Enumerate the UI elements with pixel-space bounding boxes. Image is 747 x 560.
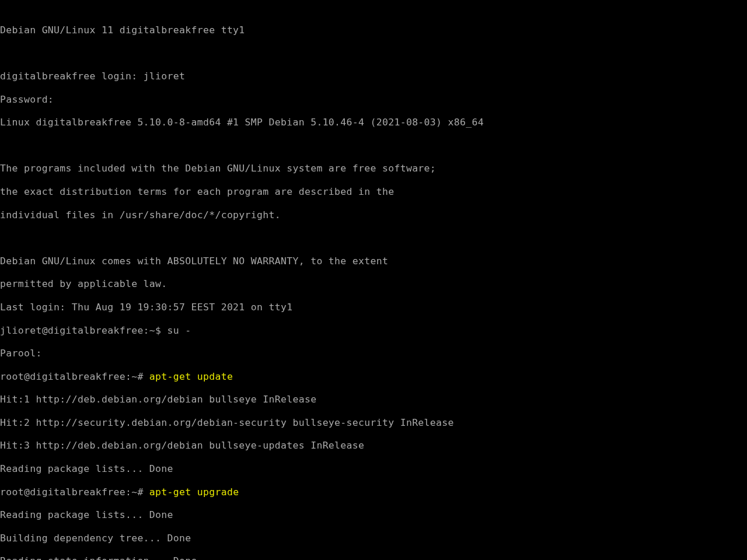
apt-output-line: Reading state information... Done	[0, 555, 747, 560]
apt-output-line: Hit:2 http://security.debian.org/debian-…	[0, 417, 747, 429]
root-shell-line: root@digitalbreakfree:~# apt-get update	[0, 371, 747, 383]
root-prompt: root@digitalbreakfree:~#	[0, 371, 149, 382]
command-text: apt-get upgrade	[149, 487, 239, 498]
password-prompt-line: Password:	[0, 94, 747, 106]
command-text: su -	[167, 325, 191, 336]
apt-output-line: Hit:1 http://deb.debian.org/debian bulls…	[0, 394, 747, 405]
motd-line: the exact distribution terms for each pr…	[0, 186, 747, 198]
apt-output-line: Building dependency tree... Done	[0, 533, 747, 544]
issue-line: Debian GNU/Linux 11 digitalbreakfree tty…	[0, 24, 747, 36]
blank-line	[0, 140, 747, 152]
apt-output-line: Reading package lists... Done	[0, 463, 747, 475]
command-text: apt-get update	[149, 371, 233, 382]
blank-line	[0, 47, 747, 59]
root-prompt: root@digitalbreakfree:~#	[0, 487, 149, 498]
login-prompt: digitalbreakfree login:	[0, 71, 144, 82]
motd-line: The programs included with the Debian GN…	[0, 163, 747, 174]
lastlogin-line: Last login: Thu Aug 19 19:30:57 EEST 202…	[0, 302, 747, 313]
root-shell-line: root@digitalbreakfree:~# apt-get upgrade	[0, 487, 747, 498]
apt-output-line: Reading package lists... Done	[0, 509, 747, 521]
user-shell-line: jlioret@digitalbreakfree:~$ su -	[0, 325, 747, 337]
motd-line: individual files in /usr/share/doc/*/cop…	[0, 209, 747, 221]
login-username: jlioret	[144, 71, 186, 82]
su-password-prompt: Parool:	[0, 348, 747, 359]
motd-line: Debian GNU/Linux comes with ABSOLUTELY N…	[0, 256, 747, 267]
apt-output-line: Hit:3 http://deb.debian.org/debian bulls…	[0, 440, 747, 452]
blank-line	[0, 232, 747, 244]
login-line: digitalbreakfree login: jlioret	[0, 71, 747, 82]
tty-terminal[interactable]: Debian GNU/Linux 11 digitalbreakfree tty…	[0, 0, 747, 560]
user-prompt: jlioret@digitalbreakfree:~$	[0, 325, 167, 336]
kernel-line: Linux digitalbreakfree 5.10.0-8-amd64 #1…	[0, 117, 747, 128]
motd-line: permitted by applicable law.	[0, 278, 747, 290]
